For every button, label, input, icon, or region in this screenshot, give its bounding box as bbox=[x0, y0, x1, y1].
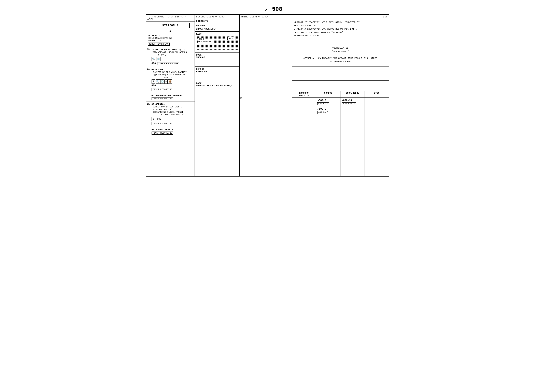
prog-title: 00 NEWS 7 bbox=[148, 34, 194, 37]
cast-label: CAST bbox=[196, 33, 238, 35]
prog-content: 00 NEWS 7 [BILINGUAL][CAPTION]HIROMI ITO… bbox=[148, 34, 194, 46]
icons-row-21-00: 🖥 ~600 bbox=[152, 117, 194, 121]
timer-recording-badge-19: TIMER RECORDING bbox=[157, 62, 179, 65]
col-ronsoku bbox=[292, 98, 316, 176]
first-display-header: TV PROGRAMS FIRST DISPLAY AREA bbox=[146, 15, 194, 22]
icons-row-19-20: 🔍 💿 bbox=[152, 57, 194, 61]
program-label: PROGRAM bbox=[196, 24, 238, 27]
nav-arrow[interactable]: ▷ bbox=[240, 19, 243, 176]
station-box[interactable]: STATION A bbox=[151, 23, 189, 28]
hour-marker-21: 21 bbox=[147, 103, 152, 135]
sale-item-600-8: ↗600-8 CD3 SALE bbox=[317, 99, 339, 106]
prog-subtitle-20-00: "INVITED BY THE YAGYU FAMILY"[S][CAPTION… bbox=[152, 71, 194, 79]
second-section-cast: CAST BOOKNEW MUSASHI 602 ↙ bbox=[195, 32, 239, 52]
second-section-program: PROGRAM DRAMA "MUSASHI" bbox=[195, 23, 239, 32]
cast-dotted-box: BOOKNEW MUSASHI 602 ↙ bbox=[196, 36, 238, 50]
col-header-item: ITEM bbox=[365, 91, 389, 98]
col-header-cddvd: CD/DVD bbox=[316, 91, 341, 98]
number-600-19: 600 TIMER RECORDING bbox=[152, 62, 194, 66]
main-frame: TV PROGRAMS FIRST DISPLAY AREA STATION A… bbox=[146, 14, 389, 177]
col-header-ronsoku: RONSOKUWEB SITE bbox=[292, 91, 316, 98]
prog-title-21-50: 50 SUNDAY SPORTS bbox=[152, 128, 194, 131]
arrow-pointer-icon: ↙ bbox=[235, 37, 237, 41]
book3-sale-badge: BOOK3 SALE bbox=[342, 102, 356, 105]
program-block-19: 19 20 MY TREASURE VIDEO QUIZ [S][CAPTION… bbox=[146, 47, 194, 67]
top-header-row: SECOND DISPLAY AREA THIRD DISPLAY AREA E… bbox=[195, 15, 389, 19]
prog-title-20-00: 00 MUSASHI bbox=[152, 68, 194, 71]
third-section-info: MUSASHI [S][CAPTION] /THE 26TH STORY "IN… bbox=[292, 19, 389, 43]
prog-content-21: 00 SPECIAL "WORKER SUPPLY CONTINENTSINDI… bbox=[152, 103, 194, 135]
second-display-wrapper: CONTENTS PROGRAM DRAMA "MUSASHI" CAST BO… bbox=[195, 19, 292, 176]
ecg-label: ECG bbox=[383, 16, 388, 18]
program-block-19-00: 00 NEWS 7 [BILINGUAL][CAPTION]HIROMI ITO… bbox=[146, 33, 194, 47]
sale-number-600-9: ↗600-9 bbox=[317, 107, 339, 111]
hour-marker-20: 20 bbox=[147, 68, 152, 101]
prog-subtitle: [BILINGUAL][CAPTION]HIROMI ITOH bbox=[148, 37, 194, 42]
tv-icon2: 🖥 bbox=[152, 117, 155, 121]
col-header-book-hobby: BOOK/HOBBY bbox=[341, 91, 365, 98]
timer-recording-badge: TIMER RECORDING bbox=[148, 42, 170, 46]
second-display-header: SECOND DISPLAY AREA bbox=[195, 15, 240, 19]
page-container: ↗ 508 TV PROGRAMS FIRST DISPLAY AREA STA… bbox=[146, 6, 389, 177]
col-book-hobby: ↗600-10 BOOK3 SALE bbox=[341, 98, 365, 176]
content-area: CONTENTS PROGRAM DRAMA "MUSASHI" CAST BO… bbox=[195, 19, 389, 176]
search-icon2: 🔍 bbox=[156, 79, 160, 84]
contents-label: CONTENTS bbox=[195, 19, 239, 23]
program-block-21: 21 00 SPECIAL "WORKER SUPPLY CONTINENTSI… bbox=[146, 102, 194, 136]
sale-item-600-10: ↗600-10 BOOK3 SALE bbox=[342, 99, 363, 106]
triangle-down: ▽ bbox=[146, 171, 194, 176]
right-panels: SECOND DISPLAY AREA THIRD DISPLAY AREA E… bbox=[195, 15, 389, 176]
bottom-cols-content: ↗600-8 CD3 SALE ↗600-9 CD4 SALE bbox=[292, 98, 389, 176]
book-story-label: BOOKMUSASHI THE STORY OF WIND(4) bbox=[196, 82, 238, 87]
box-icon: 📦 bbox=[168, 79, 172, 84]
cast-detail-content: YOSHIKAWA EI "NEW MUSASHI" ACTUALLY, HOW… bbox=[294, 47, 387, 63]
programs-list: 00 NEWS 7 [BILINGUAL][CAPTION]HIROMI ITO… bbox=[146, 33, 194, 171]
timer-recording-badge-20-45: TIMER RECORDING bbox=[152, 97, 173, 100]
tv-icon: 🖥 bbox=[152, 79, 155, 84]
book-detail-dots: ⋮ bbox=[294, 69, 387, 75]
figure-number: 508 bbox=[272, 6, 282, 12]
third-display-header: THIRD DISPLAY AREA ECG bbox=[240, 15, 389, 19]
icons-row-20-00: 🖥 🔍 💿 ✏ 📦 bbox=[152, 79, 194, 84]
sale-item-600-9: ↗600-9 CD4 SALE bbox=[317, 107, 339, 114]
timer-recording-badge-20: TIMER RECORDING bbox=[152, 88, 173, 91]
first-display-area: TV PROGRAMS FIRST DISPLAY AREA STATION A… bbox=[146, 15, 195, 176]
comics-label: COMICSBAKABOND bbox=[196, 68, 238, 73]
third-display-area: MUSASHI [S][CAPTION] /THE 26TH STORY "IN… bbox=[292, 19, 389, 176]
timer-recording-badge-21: TIMER RECORDING bbox=[152, 122, 173, 125]
prog-content-20: 00 MUSASHI "INVITED BY THE YAGYU FAMILY"… bbox=[152, 68, 194, 101]
number-600-20: 600 bbox=[152, 84, 194, 87]
prog-title-19-20: 20 MY TREASURE VIDEO QUIZ bbox=[152, 48, 194, 51]
prog-subtitle-21-00: "WORKER SUPPLY CONTINENTSINDIA AND AFRIC… bbox=[152, 106, 194, 116]
third-section-book-detail: ⋮ bbox=[292, 66, 389, 81]
col-cddvd: ↗600-8 CD3 SALE ↗600-9 CD4 SALE bbox=[316, 98, 341, 176]
second-section-comics: COMICSBAKABOND bbox=[195, 67, 239, 81]
cast-dotted-label: BOOKNEW MUSASHI bbox=[198, 38, 213, 43]
third-section-comics-detail bbox=[292, 81, 389, 91]
sale-number-600-10: ↗600-10 bbox=[342, 99, 363, 102]
second-section-book-story: BOOKMUSASHI THE STORY OF WIND(4) bbox=[195, 81, 239, 176]
disc-icon: 💿 bbox=[156, 57, 161, 61]
book-musashi-label: BOOKMUSASHI bbox=[196, 54, 238, 59]
prog-subtitle-19-20: [S][CAPTION] -MEMORIAL STAMPS OF 60'S bbox=[152, 51, 194, 56]
info-content: MUSASHI [S][CAPTION] /THE 26TH STORY "IN… bbox=[294, 21, 387, 37]
second-display-area: CONTENTS PROGRAM DRAMA "MUSASHI" CAST BO… bbox=[195, 19, 240, 176]
hour-marker-19: 19 bbox=[147, 48, 152, 66]
cd4-sale-badge: CD4 SALE bbox=[317, 111, 329, 114]
bottom-cols-header: RONSOKUWEB SITE CD/DVD BOOK/HOBBY ITEM bbox=[292, 91, 389, 98]
prog-title-21-00: 00 SPECIAL bbox=[152, 103, 194, 106]
third-section-cast-detail: YOSHIKAWA EI "NEW MUSASHI" ACTUALLY, HOW… bbox=[292, 43, 389, 66]
search-icon: 🔍 bbox=[152, 57, 156, 61]
prog-title-20-45: 45 NEWS/WEATHER FORECAST bbox=[152, 94, 194, 97]
figure-label: ↗ 508 bbox=[152, 6, 395, 12]
cd3-sale-badge: CD3 SALE bbox=[317, 102, 329, 105]
program-block-20: 20 00 MUSASHI "INVITED BY THE YAGYU FAMI… bbox=[146, 67, 194, 102]
col-item bbox=[365, 98, 389, 176]
figure-arrow: ↗ bbox=[265, 7, 268, 12]
prog-content-19: 20 MY TREASURE VIDEO QUIZ [S][CAPTION] -… bbox=[152, 48, 194, 66]
edit-icon: ✏ bbox=[165, 79, 168, 84]
timer-recording-badge-21-50: TIMER RECORDING bbox=[152, 131, 173, 135]
second-section-book-musashi: BOOKMUSASHI bbox=[195, 52, 239, 67]
sale-number-600-8: ↗600-8 bbox=[317, 99, 339, 102]
program-content: DRAMA "MUSASHI" bbox=[196, 28, 238, 30]
